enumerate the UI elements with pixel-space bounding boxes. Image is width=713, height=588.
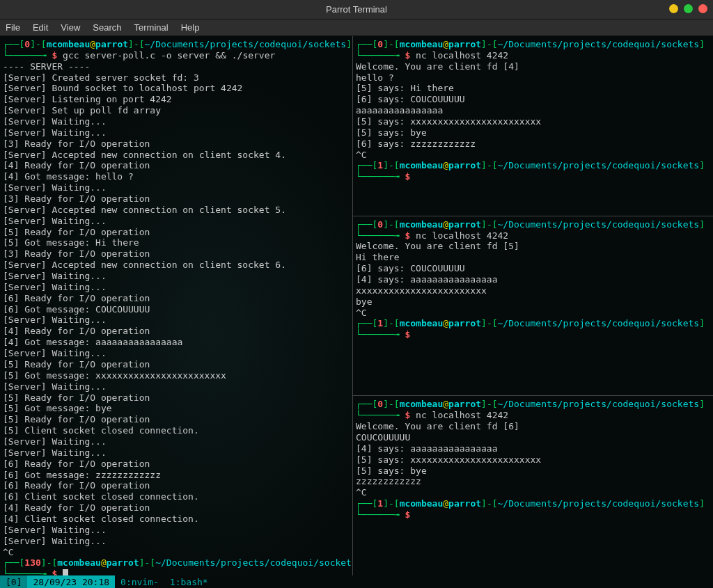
terminal-output: Welcome. You are client fd [6]COUCOUUUUU… [356, 421, 710, 498]
prompt-input[interactable]: └──────╼ $ [3, 569, 350, 575]
output-line: [6] Ready for I/O operation [3, 293, 350, 304]
output-line: zzzzzzzzzzzz [356, 476, 710, 487]
maximize-icon[interactable] [684, 4, 693, 13]
output-line: [5] Got message: bye [3, 403, 350, 414]
output-line: [5] Ready for I/O operation [3, 359, 350, 370]
terminal-output: Welcome. You are client fd [5]Hi there[6… [356, 241, 710, 318]
output-line: ---- SERVER ---- [3, 61, 350, 72]
output-line: [Server] Waiting... [3, 271, 350, 282]
output-line: [4] says: aaaaaaaaaaaaaaaa [356, 443, 710, 454]
tmux-status-bar: [0] 28/09/23 20:18 0:nvim- 1:bash* [0, 575, 713, 588]
output-line: [Server] Accepted new connection on clie… [3, 260, 350, 271]
output-line: [Server] Waiting... [3, 381, 350, 392]
menu-help[interactable]: Help [181, 22, 200, 33]
output-line: [4] Got message: aaaaaaaaaaaaaaaa [3, 337, 350, 348]
output-line: [5] says: xxxxxxxxxxxxxxxxxxxxxxxx [356, 454, 710, 466]
output-line: [4] Ready for I/O operation [3, 160, 350, 171]
output-line: ^C [356, 308, 710, 319]
status-datetime: 28/09/23 20:18 [27, 575, 115, 588]
titlebar: Parrot Terminal [0, 0, 713, 19]
menu-terminal[interactable]: Terminal [134, 22, 169, 33]
output-line: [Server] Listening on port 4242 [3, 94, 350, 105]
terminal-pane-right-2[interactable]: ┌──[0]-[mcombeau@parrot]-[~/Documents/pr… [353, 216, 713, 397]
window-controls [669, 4, 707, 13]
output-line: [3] Ready for I/O operation [3, 193, 350, 205]
output-line: [Server] Bound socket to localhost port … [3, 83, 350, 94]
status-window-0[interactable]: 0:nvim- [115, 575, 164, 588]
prompt-input[interactable]: └──────╼ $ [356, 171, 710, 182]
menu-file[interactable]: File [6, 22, 20, 33]
terminal-output: ---- SERVER ----[Server] Created server … [3, 61, 350, 558]
menu-edit[interactable]: Edit [33, 22, 48, 33]
menu-search[interactable]: Search [93, 22, 121, 33]
close-icon[interactable] [698, 4, 707, 13]
output-line: [4] Ready for I/O operation [3, 326, 350, 337]
minimize-icon[interactable] [669, 4, 678, 13]
output-line: [4] says: aaaaaaaaaaaaaaaa [356, 274, 710, 285]
output-line: [6] Ready for I/O operation [3, 459, 350, 470]
output-line: [5] Got message: xxxxxxxxxxxxxxxxxxxxxxx… [3, 370, 350, 381]
terminal-output: Welcome. You are client fd [4]hello ?[5]… [356, 61, 710, 161]
output-line: aaaaaaaaaaaaaaaa [356, 105, 710, 116]
terminal-container: ┌──[0]-[mcombeau@parrot]-[~/Documents/pr… [0, 36, 713, 575]
prompt-line: ┌──[130]-[mcombeau@parrot]-[~/Documents/… [3, 557, 350, 569]
output-line: Welcome. You are client fd [6] [356, 421, 710, 432]
terminal-pane-right-3[interactable]: ┌──[0]-[mcombeau@parrot]-[~/Documents/pr… [353, 396, 713, 575]
output-line: [3] Ready for I/O operation [3, 138, 350, 150]
output-line: [4] Got message: hello ? [3, 171, 350, 182]
window-title: Parrot Terminal [326, 4, 387, 15]
command-text: nc localhost 4242 [416, 50, 508, 61]
command-text: nc localhost 4242 [416, 230, 508, 241]
output-line: [5] Got message: Hi there [3, 237, 350, 248]
command-line: └──────╼ $ gcc server-poll.c -o server &… [3, 50, 350, 61]
output-line: xxxxxxxxxxxxxxxxxxxxxxxx [356, 285, 710, 296]
prompt-line: ┌──[0]-[mcombeau@parrot]-[~/Documents/pr… [356, 219, 710, 230]
output-line: [6] Got message: COUCOUUUUU [3, 304, 350, 315]
prompt-input[interactable]: └──────╼ $ [356, 509, 710, 521]
output-line: [3] Ready for I/O operation [3, 248, 350, 260]
output-line: [Server] Waiting... [3, 525, 350, 536]
status-session[interactable]: [0] [0, 575, 27, 588]
terminal-pane-right-1[interactable]: ┌──[0]-[mcombeau@parrot]-[~/Documents/pr… [353, 36, 713, 216]
output-line: ^C [356, 487, 710, 498]
output-line: [6] Client socket closed connection. [3, 491, 350, 502]
output-line: [Server] Waiting... [3, 315, 350, 326]
output-line: [Server] Waiting... [3, 447, 350, 459]
output-line: [6] says: zzzzzzzzzzzz [356, 138, 710, 150]
output-line: ^C [356, 150, 710, 161]
command-line: └──────╼ $ nc localhost 4242 [356, 410, 710, 421]
output-line: [Server] Waiting... [3, 436, 350, 447]
output-line: [5] Ready for I/O operation [3, 414, 350, 425]
output-line: [5] Client socket closed connection. [3, 425, 350, 436]
output-line: [Server] Waiting... [3, 127, 350, 138]
output-line: [4] Ready for I/O operation [3, 502, 350, 514]
terminal-pane-left[interactable]: ┌──[0]-[mcombeau@parrot]-[~/Documents/pr… [0, 36, 353, 575]
output-line: [5] Ready for I/O operation [3, 392, 350, 404]
terminal-right-column: ┌──[0]-[mcombeau@parrot]-[~/Documents/pr… [353, 36, 713, 575]
output-line: [6] says: COUCOUUUUU [356, 94, 710, 105]
output-line: Welcome. You are client fd [4] [356, 61, 710, 72]
prompt-input[interactable]: └──────╼ $ [356, 329, 710, 340]
output-line: Hi there [356, 252, 710, 263]
prompt-line: ┌──[1]-[mcombeau@parrot]-[~/Documents/pr… [356, 498, 710, 509]
output-line: [Server] Waiting... [3, 348, 350, 359]
output-line: hello ? [356, 72, 710, 84]
status-window-1[interactable]: 1:bash* [164, 575, 214, 588]
prompt-line: ┌──[1]-[mcombeau@parrot]-[~/Documents/pr… [356, 318, 710, 329]
output-line: [Server] Waiting... [3, 182, 350, 193]
command-text: nc localhost 4242 [416, 410, 508, 420]
output-line: bye [356, 296, 710, 308]
prompt-line: ┌──[0]-[mcombeau@parrot]-[~/Documents/pr… [3, 39, 350, 50]
prompt-line: ┌──[0]-[mcombeau@parrot]-[~/Documents/pr… [356, 399, 710, 410]
command-line: └──────╼ $ nc localhost 4242 [356, 230, 710, 241]
cursor-icon [63, 569, 68, 575]
menu-bar: File Edit View Search Terminal Help [0, 19, 713, 36]
output-line: [Server] Accepted new connection on clie… [3, 150, 350, 161]
output-line: Welcome. You are client fd [5] [356, 241, 710, 252]
output-line: [Server] Waiting... [3, 282, 350, 293]
output-line: [5] says: bye [356, 127, 710, 138]
output-line: [Server] Waiting... [3, 216, 350, 227]
output-line: [4] Client socket closed connection. [3, 514, 350, 525]
menu-view[interactable]: View [61, 22, 80, 33]
output-line: [6] says: COUCOUUUUU [356, 263, 710, 274]
